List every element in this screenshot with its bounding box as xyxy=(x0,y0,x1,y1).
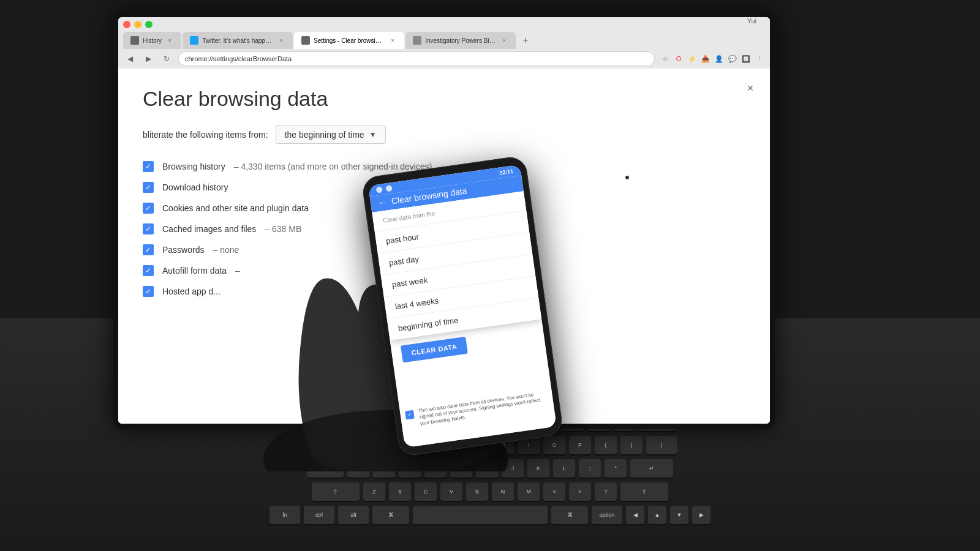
option-right-key[interactable]: option xyxy=(592,506,622,524)
checkbox-autofill[interactable]: ✓ xyxy=(143,265,154,276)
item-detail-passwords: – none xyxy=(213,245,239,255)
key[interactable]: N xyxy=(492,482,514,501)
checkmark-icon: ✓ xyxy=(145,183,151,192)
minimize-button[interactable] xyxy=(134,21,141,28)
traffic-lights xyxy=(123,21,153,28)
space-key[interactable] xyxy=(413,506,548,524)
extension-icon-4[interactable]: 💬 xyxy=(727,53,738,64)
checkbox-download[interactable]: ✓ xyxy=(143,182,154,193)
tab-history[interactable]: History × xyxy=(123,32,181,49)
tab-news[interactable]: Investigatory Powers Bill rece... × xyxy=(405,32,516,49)
tab-label-settings: Settings - Clear browsing data xyxy=(314,37,385,44)
cmd-right-key[interactable]: ⌘ xyxy=(551,506,588,524)
phone-sync-text: This will also clear data from all devic… xyxy=(418,390,549,427)
arrow-up-key[interactable]: ▲ xyxy=(648,506,666,524)
key[interactable]: Z xyxy=(363,482,385,501)
item-label-hostedapp: Hosted app d... xyxy=(162,287,221,296)
tab-settings[interactable]: Settings - Clear browsing data × xyxy=(294,32,404,49)
forward-button[interactable]: ▶ xyxy=(141,52,155,66)
address-bar-row: ◀ ▶ ↻ chrome://settings/clearBrowserData… xyxy=(118,49,770,69)
phone-back-button[interactable]: ← xyxy=(377,197,387,208)
checkmark-icon: ✓ xyxy=(145,162,151,171)
maximize-button[interactable] xyxy=(145,21,153,28)
phone-time: 22:11 xyxy=(499,168,514,176)
checkbox-cookies[interactable]: ✓ xyxy=(143,203,154,214)
phone-screen: 22:11 ← Clear browsing data Clear data f… xyxy=(368,165,557,448)
tab-label-history: History xyxy=(143,37,162,44)
checkbox-hostedapp[interactable]: ✓ xyxy=(143,286,154,297)
ctrl-key[interactable]: ctrl xyxy=(304,506,334,524)
new-tab-button[interactable]: + xyxy=(517,32,534,49)
sync-checkmark: ✓ xyxy=(407,412,412,418)
obliterate-label: bliterate the following items from: xyxy=(143,130,268,140)
phone-status-left xyxy=(376,185,393,193)
checkmark-icon: ✓ xyxy=(145,225,151,233)
tab-favicon-news xyxy=(413,36,421,45)
checkmark-icon: ✓ xyxy=(145,204,151,212)
checkbox-browsing[interactable]: ✓ xyxy=(143,161,154,172)
extension-icon-5[interactable]: 🔲 xyxy=(741,53,752,64)
phone-sync-checkbox[interactable]: ✓ xyxy=(405,410,415,420)
wifi-icon xyxy=(385,185,392,192)
keyboard-row-zxcv: ⇧ Z X C V B N M < > ? ⇧ xyxy=(123,480,858,503)
arrow-left-key[interactable]: ◀ xyxy=(626,506,644,524)
checkmark-icon: ✓ xyxy=(145,246,151,254)
cmd-key[interactable]: ⌘ xyxy=(372,506,409,524)
item-label-passwords: Passwords xyxy=(162,245,204,255)
close-button[interactable] xyxy=(123,21,130,28)
tabs-row: History × Twitter. It's what's happening… xyxy=(123,32,765,49)
dialog-title: Clear browsing data xyxy=(143,87,745,111)
phone-clear-button[interactable]: CLEAR DATA xyxy=(401,337,468,363)
key[interactable]: < xyxy=(543,482,565,501)
bookmark-icon[interactable]: ☆ xyxy=(660,53,671,64)
checkmark-icon: ✓ xyxy=(145,287,151,296)
signal-icon xyxy=(376,186,383,193)
option-key[interactable]: alt xyxy=(338,506,369,524)
key[interactable]: M xyxy=(518,482,540,501)
fn-key[interactable]: fn xyxy=(270,506,300,524)
tab-close-news[interactable]: × xyxy=(500,36,508,45)
address-text: chrome://settings/clearBrowserData xyxy=(185,55,292,62)
phone-sync-row: ✓ This will also clear data from all dev… xyxy=(405,390,549,429)
tab-close-history[interactable]: × xyxy=(165,36,174,45)
key[interactable]: ? xyxy=(595,482,617,501)
menu-icon[interactable]: ⋮ xyxy=(754,53,765,64)
key[interactable]: B xyxy=(466,482,488,501)
address-bar[interactable]: chrome://settings/clearBrowserData xyxy=(178,51,655,66)
reload-button[interactable]: ↻ xyxy=(160,52,173,66)
tab-close-settings[interactable]: × xyxy=(388,36,397,45)
key[interactable]: C xyxy=(415,482,437,501)
back-button[interactable]: ◀ xyxy=(123,52,137,66)
arrow-down-key[interactable]: ▼ xyxy=(670,506,688,524)
arrow-right-key[interactable]: ▶ xyxy=(692,506,710,524)
tab-favicon-settings xyxy=(301,36,310,45)
extension-icon-2[interactable]: 📥 xyxy=(700,53,711,64)
enter-key[interactable]: ↵ xyxy=(630,459,673,478)
extension-icon-1[interactable]: ⚡ xyxy=(687,53,698,64)
tab-favicon-history xyxy=(130,36,139,45)
checkbox-cache[interactable]: ✓ xyxy=(143,223,154,234)
opera-icon[interactable]: O xyxy=(673,53,684,64)
tab-twitter[interactable]: Twitter. It's what's happening. × xyxy=(183,32,293,49)
key[interactable]: V xyxy=(440,482,462,501)
key[interactable]: X xyxy=(389,482,411,501)
shift-right-key[interactable]: ⇧ xyxy=(620,482,668,501)
tab-close-twitter[interactable]: × xyxy=(277,36,285,45)
item-label-browsing: Browsing history xyxy=(162,162,225,171)
extension-icon-3[interactable]: 👤 xyxy=(714,53,725,64)
browser-chrome: Yui History × Twitter. It's what's happe… xyxy=(118,17,770,49)
hand-phone-overlay: 22:11 ← Clear browsing data Clear data f… xyxy=(263,116,631,471)
dialog-close-button[interactable]: × xyxy=(743,81,758,96)
key[interactable]: > xyxy=(569,482,591,501)
key[interactable]: | xyxy=(646,436,677,454)
item-label-download: Download history xyxy=(162,182,228,192)
tab-favicon-twitter xyxy=(190,36,198,45)
toolbar-icons: ☆ O ⚡ 📥 👤 💬 🔲 ⋮ xyxy=(660,53,765,64)
checkbox-passwords[interactable]: ✓ xyxy=(143,244,154,255)
tab-label-twitter: Twitter. It's what's happening. xyxy=(202,37,273,44)
item-detail-autofill: – xyxy=(235,266,240,276)
tab-label-news: Investigatory Powers Bill rece... xyxy=(425,37,496,44)
shift-left-key[interactable]: ⇧ xyxy=(312,482,360,501)
item-label-cache: Cached images and files xyxy=(162,224,256,234)
keyboard-row-bottom: fn ctrl alt ⌘ ⌘ option ◀ ▲ ▼ ▶ xyxy=(123,503,858,527)
